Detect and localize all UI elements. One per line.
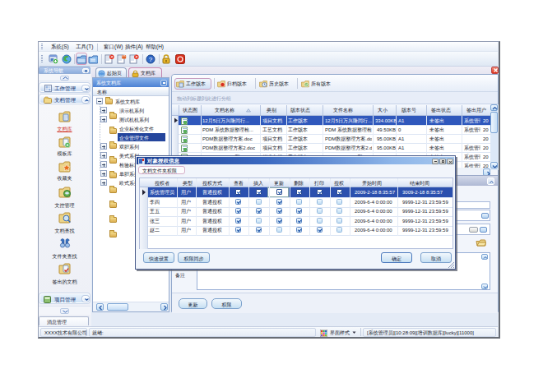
svg-text:?: ? [149, 56, 153, 63]
